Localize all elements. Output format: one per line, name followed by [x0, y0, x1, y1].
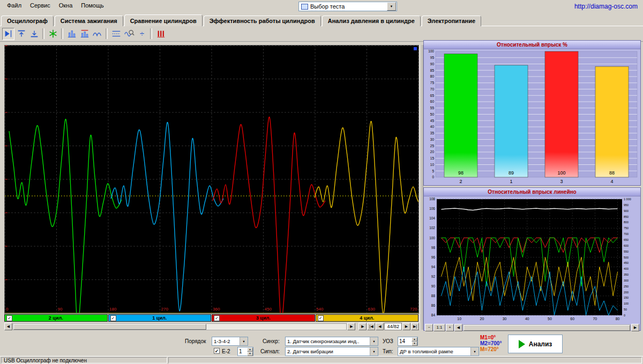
svg-text:360: 360	[213, 307, 220, 312]
svg-text:86: 86	[431, 304, 436, 307]
spin-up-icon[interactable]: ▲	[412, 337, 417, 342]
svg-text:700: 700	[624, 232, 629, 236]
histogram-icon[interactable]	[65, 28, 78, 40]
analyze-button[interactable]: Анализ	[508, 335, 563, 353]
channel-checkbox[interactable]: ✓	[110, 315, 116, 321]
marker-bottom-icon[interactable]	[28, 28, 40, 40]
divide-icon[interactable]: ÷	[136, 28, 148, 40]
test-select-dropdown[interactable]: Выбор теста ▼	[298, 2, 397, 11]
levels-icon[interactable]	[110, 28, 122, 40]
nav-next-button[interactable]: ▶	[402, 323, 410, 330]
nav-prev-button[interactable]: ◀	[376, 323, 384, 330]
spider-icon[interactable]	[47, 28, 59, 40]
svg-text:650: 650	[624, 238, 629, 241]
svg-text:95: 95	[430, 56, 435, 59]
spin-down-icon[interactable]: ▼	[247, 352, 253, 356]
firing-order-value: 1-3-4-2	[212, 338, 240, 344]
sine-zoom-icon[interactable]	[123, 28, 135, 40]
signal-source-select[interactable]: 2. Датчик вибрации ▼	[285, 347, 378, 356]
tab-power-supply[interactable]: Электропитание	[422, 16, 481, 26]
site-link[interactable]: http://diamag-osc.com	[574, 3, 638, 10]
oscilloscope-display[interactable]: 090180270360450540630720	[4, 45, 419, 314]
chevron-down-icon: ▼	[370, 347, 378, 355]
tab-cylinder-pressure[interactable]: Анализ давления в цилиндре	[322, 16, 421, 26]
marker-readouts: М1=0° М2=700° М=720°	[480, 335, 502, 352]
svg-text:400: 400	[624, 267, 629, 270]
nav-last-button[interactable]: ▶|	[411, 323, 419, 330]
svg-text:720: 720	[410, 307, 417, 312]
nav-play-button[interactable]: ▶	[358, 323, 367, 330]
scope-scroll-thumb[interactable]	[13, 324, 206, 330]
spin-up-icon[interactable]: ▲	[247, 347, 253, 352]
tab-cylinder-efficiency[interactable]: Эффективность работы цилиндров	[204, 16, 321, 26]
tab-oscilloscope[interactable]: Осциллограф	[1, 16, 54, 26]
channel-checkbox[interactable]: ✓	[318, 315, 324, 321]
menu-file[interactable]: Файл	[3, 2, 25, 9]
line-scroll-thumb[interactable]	[463, 325, 630, 331]
histogram-sync-icon[interactable]	[78, 28, 91, 40]
zoom-ratio-button[interactable]: 1:1	[433, 324, 445, 331]
menu-service[interactable]: Сервис	[26, 2, 54, 9]
svg-text:50: 50	[624, 308, 627, 311]
e2-checkbox[interactable]: ✓	[214, 348, 220, 354]
line-chart-scrollbar[interactable]	[463, 324, 631, 331]
svg-text:80: 80	[616, 317, 620, 321]
channel-checkbox[interactable]: ✓	[6, 315, 12, 321]
nav-first-button[interactable]: |◀	[367, 323, 375, 330]
frame-counter: 44/82	[384, 323, 402, 330]
menu-bar: Файл Сервис Окна Помощь Выбор теста ▼ ht…	[0, 0, 643, 13]
e2-spinner[interactable]: 1 ▲▼	[237, 347, 253, 356]
zoom-out-button[interactable]: −	[425, 324, 433, 331]
tab-ignition-system[interactable]: Система зажигания	[55, 16, 123, 26]
svg-text:98: 98	[431, 246, 436, 249]
tab-cylinder-comparison[interactable]: Сравнение цилиндров	[124, 14, 203, 26]
svg-text:÷: ÷	[140, 29, 144, 38]
svg-text:100: 100	[429, 236, 435, 240]
svg-text:500: 500	[624, 256, 629, 259]
channel-bars: ✓2 цил.✓1 цил.✓3 цил.✓4 цил.	[4, 314, 419, 322]
waves-icon[interactable]	[91, 28, 103, 40]
svg-text:350: 350	[624, 273, 629, 276]
tab-bar: Осциллограф Система зажигания Сравнение …	[1, 14, 482, 26]
svg-text:0: 0	[624, 314, 625, 317]
sensor-type-value: ДР в топливной рампе	[398, 348, 470, 354]
svg-text:10: 10	[430, 163, 435, 166]
toolbar-separator	[61, 28, 63, 39]
spin-down-icon[interactable]: ▼	[412, 342, 417, 346]
svg-text:90: 90	[58, 307, 63, 312]
status-message: USB Осциллограф не подключен	[1, 357, 167, 363]
e2-label: Е-2	[222, 348, 230, 354]
sensor-type-select[interactable]: ДР в топливной рампе ▼	[398, 347, 479, 356]
svg-text:90: 90	[430, 62, 435, 66]
svg-text:750: 750	[624, 226, 629, 230]
menu-help[interactable]: Помощь	[77, 2, 108, 9]
zoom-in-button[interactable]: +	[446, 324, 454, 331]
uoz-label: УОЗ	[383, 338, 393, 344]
panel-splitter[interactable]	[420, 45, 423, 330]
frame-navigation: ▶ |◀ ◀ 44/82 ▶ ▶|	[358, 323, 419, 330]
scope-scrollbar[interactable]	[13, 323, 347, 330]
scope-scroll-right-button[interactable]: ▶	[347, 323, 355, 330]
scope-scroll-left-button[interactable]: ◀	[4, 323, 12, 330]
firing-order-select[interactable]: 1-3-4-2 ▼	[212, 337, 248, 346]
line-scroll-right-button[interactable]: ▶	[631, 324, 639, 331]
menu-windows[interactable]: Окна	[55, 2, 77, 9]
uoz-spinner[interactable]: 14 ▲▼	[398, 337, 418, 346]
red-ruler-icon[interactable]	[154, 28, 167, 40]
test-select-icon	[301, 4, 308, 10]
svg-text:3: 3	[560, 179, 563, 184]
svg-text:94: 94	[431, 265, 436, 269]
uoz-value: 14	[398, 337, 412, 345]
svg-text:89: 89	[509, 170, 514, 176]
cursor-icon[interactable]	[2, 28, 14, 40]
channel-label: 2 цил.	[5, 315, 107, 321]
e2-value: 1	[238, 347, 247, 355]
svg-text:15: 15	[430, 156, 435, 160]
sync-source-select[interactable]: 1. Датчик синхронизации инд.. ▼	[285, 337, 378, 346]
svg-text:10: 10	[457, 317, 461, 321]
line-scroll-left-button[interactable]: ◀	[454, 324, 462, 331]
svg-text:630: 630	[368, 307, 376, 312]
marker-top-icon[interactable]	[15, 28, 27, 40]
svg-text:540: 540	[316, 307, 324, 312]
channel-checkbox[interactable]: ✓	[214, 315, 220, 321]
